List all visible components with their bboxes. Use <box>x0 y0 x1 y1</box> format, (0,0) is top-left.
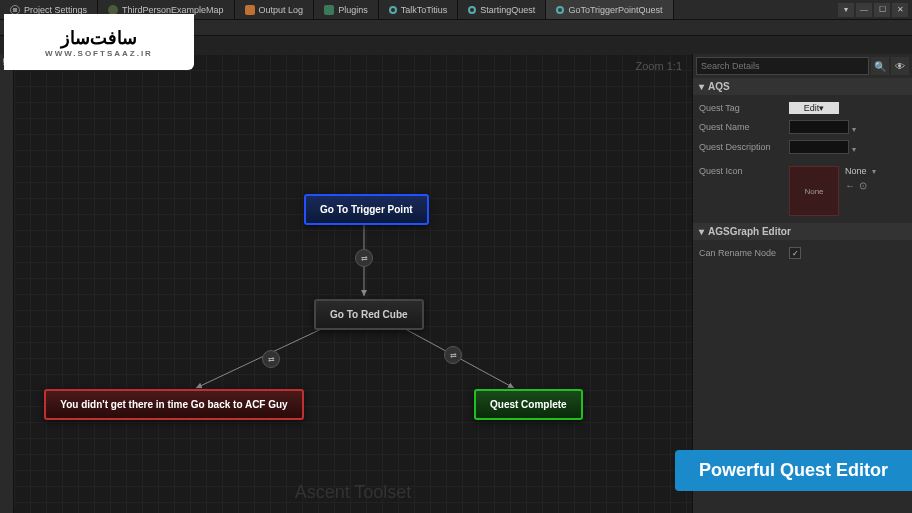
link-icon[interactable]: ⇄ <box>262 350 280 368</box>
minimize-icon[interactable]: — <box>856 3 872 17</box>
rename-checkbox[interactable]: ✓ <box>789 247 801 259</box>
section-editor-header[interactable]: ▾ AGSGraph Editor <box>693 223 912 240</box>
quest-desc-input[interactable] <box>789 140 849 154</box>
quest-icon <box>389 6 397 14</box>
quest-icon <box>556 6 564 14</box>
details-search-row: 🔍 👁 <box>693 54 912 78</box>
details-panel: 🔍 👁 ▾ AQS Quest Tag Edit▾ Quest Name ▾ Q… <box>692 54 912 513</box>
tab-talk-titius[interactable]: TalkToTitius <box>379 0 459 19</box>
chevron-down-icon[interactable]: ▾ <box>852 145 856 154</box>
section-aqs-header[interactable]: ▾ AQS <box>693 78 912 95</box>
chevron-down-icon[interactable]: ▾ <box>870 167 876 176</box>
browse-icon[interactable]: ← <box>845 180 855 191</box>
logo-text: سافت‌ساز <box>61 27 137 49</box>
maximize-icon[interactable]: ☐ <box>874 3 890 17</box>
logo-overlay: سافت‌ساز WWW.SOFTSAAZ.IR <box>4 14 194 70</box>
chevron-down-icon[interactable]: ▾ <box>852 125 856 134</box>
node-red-cube[interactable]: Go To Red Cube <box>314 299 424 330</box>
plugin-icon <box>324 5 334 15</box>
quest-name-input[interactable] <box>789 120 849 134</box>
prop-rename-node: Can Rename Node ✓ <box>699 244 906 262</box>
section-editor-body: Can Rename Node ✓ <box>693 240 912 266</box>
watermark: Ascent Toolset <box>295 482 412 503</box>
prop-quest-name: Quest Name ▾ <box>699 117 906 137</box>
node-complete[interactable]: Quest Complete <box>474 389 583 420</box>
quest-icon <box>468 6 476 14</box>
use-icon[interactable]: ⊙ <box>859 180 867 191</box>
left-sidebar[interactable]: Bl <box>0 54 14 513</box>
prop-quest-tag: Quest Tag Edit▾ <box>699 99 906 117</box>
logo-subtext: WWW.SOFTSAAZ.IR <box>45 49 153 58</box>
quest-tag-button[interactable]: Edit▾ <box>789 102 839 114</box>
caret-down-icon: ▾ <box>699 226 704 237</box>
prop-quest-icon: Quest Icon None None ▾ ← ⊙ <box>699 163 906 219</box>
main-area: Bl Zoom 1:1 Go To Trigger Point ⇄ Go To … <box>0 54 912 513</box>
graph-canvas[interactable]: Zoom 1:1 Go To Trigger Point ⇄ Go To Red… <box>14 54 692 513</box>
window-controls: ▾ — ☐ ✕ <box>838 3 912 17</box>
node-fail[interactable]: You didn't get there in time Go back to … <box>44 389 304 420</box>
window-drop-icon[interactable]: ▾ <box>838 3 854 17</box>
tab-trigger-quest[interactable]: GoToTriggerPointQuest <box>546 0 673 19</box>
close-icon[interactable]: ✕ <box>892 3 908 17</box>
search-icon[interactable]: 🔍 <box>871 57 889 75</box>
icon-swatch[interactable]: None <box>789 166 839 216</box>
caret-down-icon: ▾ <box>699 81 704 92</box>
search-input[interactable] <box>696 57 869 75</box>
node-trigger-point[interactable]: Go To Trigger Point <box>304 194 429 225</box>
tab-plugins[interactable]: Plugins <box>314 0 379 19</box>
globe-icon <box>108 5 118 15</box>
filter-icon[interactable]: 👁 <box>891 57 909 75</box>
zoom-indicator: Zoom 1:1 <box>636 60 682 72</box>
log-icon <box>245 5 255 15</box>
link-icon[interactable]: ⇄ <box>355 249 373 267</box>
banner: Powerful Quest Editor <box>675 450 912 491</box>
section-aqs-body: Quest Tag Edit▾ Quest Name ▾ Quest Descr… <box>693 95 912 223</box>
tab-output-log[interactable]: Output Log <box>235 0 315 19</box>
gear-icon <box>10 5 20 15</box>
tab-starting-quest[interactable]: StartingQuest <box>458 0 546 19</box>
link-icon[interactable]: ⇄ <box>444 346 462 364</box>
edges-layer <box>14 54 692 513</box>
prop-quest-desc: Quest Description ▾ <box>699 137 906 157</box>
